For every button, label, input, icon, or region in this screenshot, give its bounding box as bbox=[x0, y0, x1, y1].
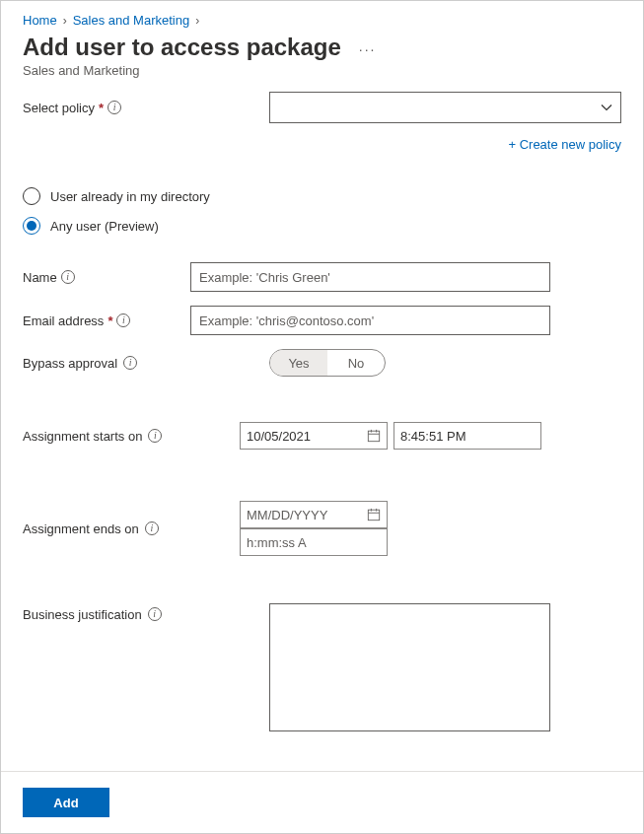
email-label: Email address bbox=[23, 313, 104, 328]
chevron-right-icon: › bbox=[63, 14, 67, 28]
info-icon[interactable]: i bbox=[116, 313, 130, 327]
info-icon[interactable]: i bbox=[107, 101, 121, 114]
required-asterisk: * bbox=[107, 313, 112, 328]
select-policy-dropdown[interactable] bbox=[269, 92, 621, 123]
footer: Add bbox=[1, 771, 643, 833]
calendar-icon bbox=[367, 429, 381, 443]
end-date-input[interactable]: MM/DD/YYYY bbox=[240, 501, 388, 528]
assignment-ends-label: Assignment ends on bbox=[23, 521, 139, 536]
email-input[interactable] bbox=[190, 306, 550, 335]
breadcrumb-home[interactable]: Home bbox=[23, 13, 57, 28]
end-date-placeholder: MM/DD/YYYY bbox=[247, 508, 327, 522]
start-time-input[interactable]: 8:45:51 PM bbox=[394, 422, 541, 450]
chevron-right-icon: › bbox=[195, 14, 199, 28]
info-icon[interactable]: i bbox=[145, 521, 159, 535]
business-justification-label: Business justification bbox=[23, 607, 142, 622]
info-icon[interactable]: i bbox=[61, 270, 75, 284]
breadcrumb-section[interactable]: Sales and Marketing bbox=[73, 13, 190, 28]
info-icon[interactable]: i bbox=[148, 607, 162, 621]
start-date-input[interactable]: 10/05/2021 bbox=[240, 422, 388, 450]
radio-any-user[interactable]: Any user (Preview) bbox=[23, 217, 621, 235]
select-policy-label: Select policy bbox=[23, 101, 95, 115]
info-icon[interactable]: i bbox=[148, 429, 162, 443]
business-justification-input[interactable] bbox=[269, 603, 550, 731]
end-time-input[interactable]: h:mm:ss A bbox=[240, 528, 388, 556]
radio-icon bbox=[23, 217, 40, 235]
breadcrumb: Home › Sales and Marketing › bbox=[23, 13, 621, 28]
bypass-approval-toggle[interactable]: Yes No bbox=[269, 349, 386, 377]
add-button[interactable]: Add bbox=[23, 788, 109, 817]
start-time-value: 8:45:51 PM bbox=[400, 429, 466, 444]
create-new-policy-link[interactable]: + Create new policy bbox=[508, 137, 621, 152]
radio-user-in-directory[interactable]: User already in my directory bbox=[23, 187, 621, 205]
chevron-down-icon bbox=[601, 102, 612, 113]
required-asterisk: * bbox=[99, 101, 104, 115]
toggle-yes[interactable]: Yes bbox=[270, 350, 327, 376]
radio-icon bbox=[23, 187, 40, 205]
user-type-radio-group: User already in my directory Any user (P… bbox=[23, 187, 621, 235]
svg-rect-4 bbox=[368, 510, 379, 521]
name-input[interactable] bbox=[190, 262, 550, 292]
radio-label: Any user (Preview) bbox=[50, 219, 159, 234]
toggle-no[interactable]: No bbox=[327, 350, 385, 376]
page-title: Add user to access package ··· bbox=[23, 34, 621, 61]
info-icon[interactable]: i bbox=[123, 356, 137, 370]
calendar-icon bbox=[367, 508, 381, 521]
name-label: Name bbox=[23, 270, 57, 285]
start-date-value: 10/05/2021 bbox=[247, 429, 311, 444]
end-time-placeholder: h:mm:ss A bbox=[247, 535, 307, 550]
assignment-starts-label: Assignment starts on bbox=[23, 429, 142, 444]
svg-rect-0 bbox=[368, 431, 379, 442]
radio-label: User already in my directory bbox=[50, 189, 210, 204]
page-subtitle: Sales and Marketing bbox=[23, 63, 621, 78]
bypass-approval-label: Bypass approval bbox=[23, 356, 117, 371]
more-actions-icon[interactable]: ··· bbox=[359, 41, 377, 57]
